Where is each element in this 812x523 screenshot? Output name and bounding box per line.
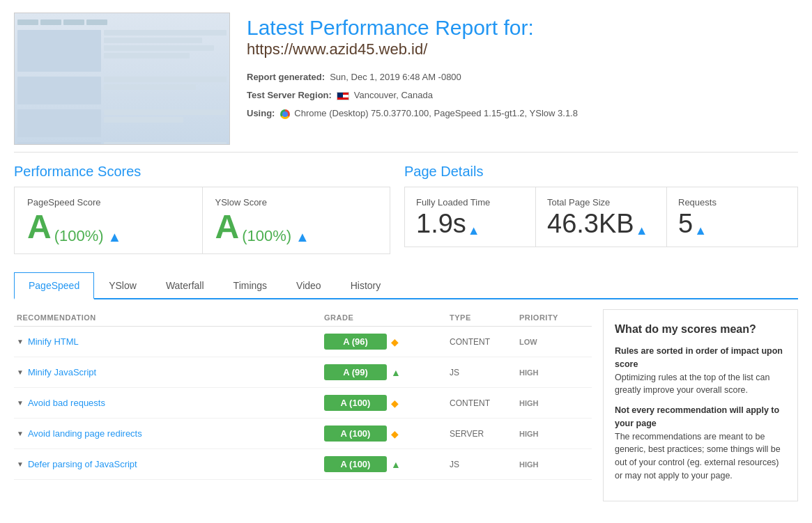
priority-label: LOW	[519, 338, 589, 346]
using-value: Chrome (Desktop) 75.0.3770.100, PageSpee…	[294, 108, 578, 118]
yslow-score-card: YSlow Score A (100%) ▲	[203, 187, 390, 253]
chevron-icon: ▼	[17, 399, 24, 407]
fully-loaded-card: Fully Loaded Time 1.9s ▲	[405, 187, 536, 247]
grade-bar: A (99) ▲	[324, 364, 450, 380]
grade-bar: A (100) ◆	[324, 426, 450, 442]
tabs-bar: PageSpeed YSlow Waterfall Timings Video …	[14, 272, 798, 299]
tab-timings[interactable]: Timings	[219, 272, 282, 298]
priority-label: HIGH	[519, 368, 589, 377]
rec-name-minify-js: ▼ Minify JavaScript	[17, 367, 324, 377]
canada-flag-icon	[337, 92, 349, 100]
rec-label[interactable]: Avoid bad requests	[28, 398, 105, 408]
type-label: CONTENT	[450, 337, 519, 347]
table-row: ▼ Minify HTML A (96) ◆ CONTENT LOW	[14, 327, 592, 357]
rec-name-defer-js: ▼ Defer parsing of JavaScript	[17, 459, 324, 469]
chevron-icon: ▼	[17, 338, 24, 345]
grade-bar: A (100) ◆	[324, 395, 450, 411]
fully-loaded-up-icon: ▲	[468, 224, 480, 237]
report-meta: Report generated: Sun, Dec 1, 2019 6:48 …	[247, 68, 798, 123]
info-box-para2-bold: Not every recommendation will apply to y…	[615, 405, 779, 428]
pagespeed-label: PageSpeed Score	[27, 197, 190, 208]
info-box-para1: Rules are sorted in order of impact upon…	[615, 345, 786, 397]
pagespeed-value: A (100%) ▲	[27, 210, 190, 244]
report-title: Latest Performance Report for:	[247, 15, 798, 40]
performance-scores-title: Performance Scores	[14, 164, 390, 180]
fully-loaded-num: 1.9s	[416, 210, 466, 237]
info-box-para1-text: Optimizing rules at the top of the list …	[615, 373, 769, 396]
grade-bar: A (96) ◆	[324, 334, 450, 350]
yslow-value: A (100%) ▲	[215, 210, 378, 244]
header-type: Type	[450, 313, 519, 322]
rec-name-minify-html: ▼ Minify HTML	[17, 336, 324, 347]
diamond-icon: ◆	[391, 336, 399, 348]
pagespeed-score-card: PageSpeed Score A (100%) ▲	[15, 187, 203, 253]
report-url: https://www.azid45.web.id/	[247, 40, 798, 58]
top-section: Latest Performance Report for: https://w…	[0, 0, 812, 152]
tab-history[interactable]: History	[336, 272, 396, 298]
rec-label[interactable]: Defer parsing of JavaScript	[28, 459, 137, 469]
table-row: ▼ Defer parsing of JavaScript A (100) ▲ …	[14, 449, 592, 480]
tab-video[interactable]: Video	[282, 272, 336, 298]
generated-line: Report generated: Sun, Dec 1, 2019 6:48 …	[247, 68, 798, 86]
grade-pill: A (100)	[324, 395, 387, 411]
yslow-grade: A	[215, 210, 240, 244]
using-line: Using: Chrome (Desktop) 75.0.3770.100, P…	[247, 104, 798, 123]
type-label: SERVER	[450, 429, 519, 439]
diamond-icon: ◆	[391, 398, 399, 409]
info-box-para2-text: The recommendations are meant to be gene…	[615, 432, 781, 481]
arrow-up-icon: ▲	[391, 367, 401, 378]
page-size-up-icon: ▲	[636, 224, 648, 237]
info-box-title: What do my scores mean?	[615, 321, 786, 338]
requests-up-icon: ▲	[694, 224, 707, 237]
page-size-label: Total Page Size	[547, 197, 655, 208]
table-row: ▼ Minify JavaScript A (99) ▲ JS HIGH	[14, 357, 592, 388]
yslow-up-icon: ▲	[296, 230, 309, 244]
rec-label[interactable]: Minify HTML	[28, 336, 79, 347]
tab-yslow[interactable]: YSlow	[94, 272, 151, 298]
page-details-title: Page Details	[404, 164, 798, 180]
info-box-para2: Not every recommendation will apply to y…	[615, 404, 786, 483]
header-grade: Grade	[324, 313, 450, 322]
requests-label: Requests	[678, 197, 786, 208]
content-section: Recommendation Grade Type Priority ▼ Min…	[0, 309, 812, 501]
rec-label[interactable]: Avoid landing page redirects	[28, 428, 142, 439]
yslow-label: YSlow Score	[215, 197, 378, 208]
using-label: Using:	[247, 108, 275, 118]
info-box-para1-bold: Rules are sorted in order of impact upon…	[615, 346, 783, 369]
fully-loaded-label: Fully Loaded Time	[416, 197, 524, 208]
recommendations-table: Recommendation Grade Type Priority ▼ Min…	[14, 309, 592, 501]
performance-scores-block: Performance Scores PageSpeed Score A (10…	[14, 164, 390, 254]
header-recommendation: Recommendation	[17, 313, 324, 322]
priority-label: HIGH	[519, 430, 589, 438]
fully-loaded-value: 1.9s ▲	[416, 210, 524, 237]
grade-pill: A (100)	[324, 426, 387, 442]
requests-card: Requests 5 ▲	[667, 187, 797, 247]
page-size-value: 46.3KB ▲	[547, 210, 655, 237]
tab-pagespeed[interactable]: PageSpeed	[14, 272, 94, 299]
grade-bar: A (100) ▲	[324, 456, 450, 472]
rec-name-landing-redirects: ▼ Avoid landing page redirects	[17, 428, 324, 439]
arrow-up-icon: ▲	[391, 459, 401, 470]
requests-value: 5 ▲	[678, 210, 786, 237]
type-label: JS	[450, 460, 519, 469]
rec-label[interactable]: Minify JavaScript	[28, 367, 96, 377]
chrome-icon	[280, 109, 290, 119]
page-size-num: 46.3KB	[547, 210, 634, 237]
yslow-pct: (100%)	[242, 228, 291, 244]
type-label: CONTENT	[450, 398, 519, 408]
screenshot-preview	[14, 13, 230, 145]
chevron-icon: ▼	[17, 368, 24, 376]
page-size-card: Total Page Size 46.3KB ▲	[536, 187, 667, 247]
type-label: JS	[450, 368, 519, 377]
chevron-icon: ▼	[17, 460, 24, 468]
pagespeed-pct: (100%)	[54, 228, 104, 244]
diamond-icon: ◆	[391, 428, 399, 439]
tab-waterfall[interactable]: Waterfall	[151, 272, 219, 298]
grade-pill: A (99)	[324, 364, 387, 380]
generated-label: Report generated:	[247, 72, 325, 82]
report-info: Latest Performance Report for: https://w…	[247, 13, 798, 123]
requests-num: 5	[678, 210, 693, 237]
pagespeed-up-icon: ▲	[108, 230, 122, 244]
header-priority: Priority	[519, 313, 589, 322]
server-value: Vancouver, Canada	[354, 90, 433, 100]
